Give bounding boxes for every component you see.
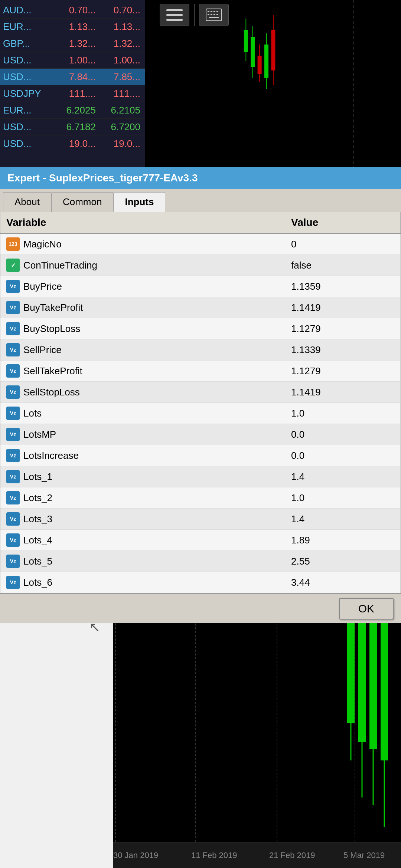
tab-about[interactable]: About [3,192,51,212]
table-row[interactable]: VzLots_31.4 [0,509,401,530]
table-row[interactable]: VzSellStopLoss1.1419 [0,382,401,403]
table-row[interactable]: VzBuyTakeProfit1.1419 [0,297,401,318]
var-name: Lots_3 [23,513,52,525]
var-icon: Vz [6,280,20,293]
ticker-bid: 6.2025 [51,105,96,116]
var-icon: Vz [6,385,20,399]
top-chart-svg [145,0,401,167]
var-name: Lots_5 [23,556,52,567]
table-row[interactable]: ✓ConTinueTradingfalse [0,255,401,276]
x-label-3: 21 Feb 2019 [269,851,315,860]
variable-cell: VzLots_1 [0,466,285,487]
svg-rect-17 [258,56,262,74]
value-cell[interactable]: 0 [285,233,401,255]
ticker-ask: 111.... [96,88,140,99]
inputs-table: Variable Value 123MagicNo0✓ConTinueTradi… [0,212,401,593]
table-row[interactable]: VzBuyStopLoss1.1279 [0,318,401,339]
variable-cell: VzBuyPrice [0,276,285,297]
ticker-row[interactable]: USDJPY111....111.... [0,85,145,102]
table-row[interactable]: VzBuyPrice1.1359 [0,276,401,297]
var-icon: Vz [6,301,20,314]
table-row[interactable]: VzLots_11.4 [0,466,401,487]
value-cell[interactable]: 1.1419 [285,297,401,318]
svg-rect-23 [271,30,275,70]
value-cell[interactable]: 3.44 [285,572,401,593]
table-row[interactable]: VzLotsIncrease0.0 [0,445,401,466]
expert-title-bar: Expert - SuplexPrices_tiger777-EAv3.3 [0,167,401,189]
ticker-name: USD... [3,121,51,133]
ticker-row[interactable]: USD...19.0...19.0... [0,135,145,152]
table-row[interactable]: VzLots_52.55 [0,551,401,572]
trading-top-panel: AUD...0.70...0.70...EUR...1.13...1.13...… [0,0,401,167]
tab-inputs[interactable]: Inputs [113,192,165,212]
table-row[interactable]: VzSellPrice1.1339 [0,339,401,361]
ticker-name: GBP... [3,38,51,49]
value-cell[interactable]: 1.1279 [285,361,401,382]
tab-common[interactable]: Common [51,192,113,212]
ticker-row[interactable]: GBP...1.32...1.32... [0,35,145,52]
chart-area-top [145,0,401,167]
ticker-row[interactable]: EUR...1.13...1.13... [0,19,145,35]
value-cell[interactable]: 1.1419 [285,382,401,403]
ticker-ask: 6.7200 [96,121,140,133]
svg-rect-32 [369,619,377,749]
value-cell[interactable]: 1.4 [285,509,401,530]
ticker-name: AUD... [3,4,51,16]
x-axis: 30 Jan 2019 11 Feb 2019 21 Feb 2019 5 Ma… [113,842,401,868]
variable-cell: VzLots_5 [0,551,285,572]
value-cell[interactable]: 1.4 [285,466,401,487]
ticker-row[interactable]: EUR...6.20256.2105 [0,102,145,119]
value-cell[interactable]: 1.89 [285,530,401,551]
var-name: SellStopLoss [23,387,80,398]
ticker-row[interactable]: AUD...0.70...0.70... [0,2,145,19]
ticker-row[interactable]: USD...6.71826.7200 [0,119,145,135]
value-cell[interactable]: false [285,255,401,276]
ticker-bid: 19.0... [51,138,96,149]
col-variable: Variable [0,212,285,233]
variable-cell: 123MagicNo [0,233,285,255]
ticker-ask: 1.00... [96,55,140,66]
table-row[interactable]: VzLots1.0 [0,403,401,424]
svg-rect-14 [251,37,255,67]
var-icon: Vz [6,512,20,526]
var-icon: Vz [6,576,20,589]
dialog-footer: OK [0,594,401,623]
value-cell[interactable]: 1.1339 [285,339,401,361]
var-icon: Vz [6,491,20,504]
svg-rect-26 [347,612,355,723]
expert-tabs: About Common Inputs [0,189,401,212]
variable-cell: VzLotsIncrease [0,445,285,466]
value-cell[interactable]: 0.0 [285,424,401,445]
var-icon: Vz [6,322,20,335]
var-name: Lots_4 [23,535,52,546]
var-name: BuyPrice [23,281,62,292]
ticker-bid: 0.70... [51,4,96,16]
ticker-row[interactable]: USD...1.00...1.00... [0,52,145,69]
table-row[interactable]: VzLots_21.0 [0,487,401,509]
variable-cell: VzLots_3 [0,509,285,530]
table-row[interactable]: VzLotsMP0.0 [0,424,401,445]
value-cell[interactable]: 1.0 [285,487,401,509]
value-cell[interactable]: 1.1359 [285,276,401,297]
ok-button[interactable]: OK [339,598,394,619]
variable-cell: VzLots_6 [0,572,285,593]
var-name: LotsMP [23,429,56,440]
var-name: MagicNo [23,239,62,250]
var-icon: Vz [6,555,20,568]
ticker-row[interactable]: USD...7.84...7.85... [0,69,145,85]
svg-rect-35 [381,605,388,760]
table-row[interactable]: VzSellTakeProfit1.1279 [0,361,401,382]
value-cell[interactable]: 1.0 [285,403,401,424]
table-row[interactable]: VzLots_41.89 [0,530,401,551]
ticker-name: USDJPY [3,88,51,99]
value-cell[interactable]: 2.55 [285,551,401,572]
ticker-bid: 111.... [51,88,96,99]
variable-cell: VzBuyStopLoss [0,318,285,339]
table-row[interactable]: VzLots_63.44 [0,572,401,593]
var-name: SellPrice [23,344,62,355]
var-name: ConTinueTrading [23,260,97,271]
table-row[interactable]: 123MagicNo0 [0,233,401,255]
value-cell[interactable]: 1.1279 [285,318,401,339]
value-cell[interactable]: 0.0 [285,445,401,466]
ticker-ask: 1.32... [96,38,140,49]
